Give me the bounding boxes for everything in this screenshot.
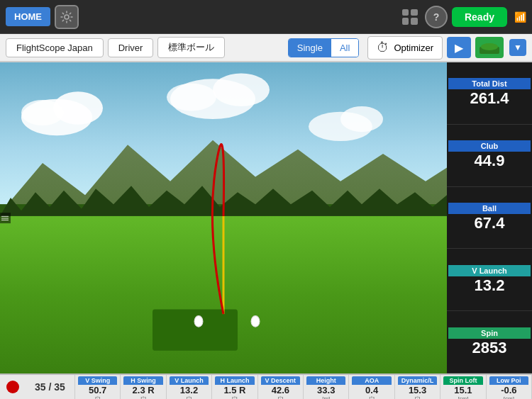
- spin-value: 2853: [472, 339, 507, 357]
- svg-point-4: [21, 99, 92, 136]
- settings-button[interactable]: [55, 5, 79, 29]
- svg-rect-13: [0, 204, 447, 220]
- mode-single-button[interactable]: Single: [289, 39, 331, 57]
- side-panel: Total Dist 261.4 Club 44.9 Ball 67.4 V L…: [447, 62, 532, 373]
- club-button[interactable]: Driver: [108, 38, 154, 57]
- header-bar: HOME ? Ready 📶: [0, 0, 532, 34]
- club-label: Club: [448, 140, 531, 152]
- record-button[interactable]: [0, 375, 26, 399]
- svg-rect-16: [153, 310, 238, 351]
- spin-block: Spin 2853: [447, 311, 532, 373]
- shot-counter: 35 / 35: [26, 375, 75, 399]
- spin-label: Spin: [448, 327, 531, 339]
- stats-row: V Swing 50.7 [°] H Swing 2.3 R [°] V Lau…: [75, 375, 532, 399]
- svg-marker-14: [0, 186, 447, 223]
- svg-point-9: [167, 84, 216, 111]
- stat-col-height: Height 33.3 [m]: [304, 375, 349, 399]
- ball-value: 67.4: [475, 214, 505, 232]
- svg-point-8: [213, 73, 270, 106]
- help-button[interactable]: ?: [425, 6, 448, 28]
- mode-group: Single All: [288, 38, 360, 57]
- optimizer-button[interactable]: ⏱ Optimizer: [367, 36, 443, 60]
- svg-point-10: [309, 112, 372, 141]
- total-dist-block: Total Dist 261.4: [447, 62, 532, 125]
- svg-point-11: [340, 106, 383, 132]
- stat-col-v-swing: V Swing 50.7 [°]: [75, 375, 121, 399]
- bottom-bar: 35 / 35 V Swing 50.7 [°] H Swing 2.3 R […: [0, 373, 532, 399]
- ball-speed-block: Ball 67.4: [447, 187, 532, 249]
- toolbar: FlightScope Japan Driver 標準ボール Single Al…: [0, 34, 532, 62]
- svg-point-5: [53, 91, 103, 124]
- club-value: 44.9: [475, 152, 505, 170]
- club-speed-block: Club 44.9: [447, 125, 532, 187]
- stat-col-spin-loft: Spin Loft 15.1 [cm]: [440, 375, 486, 399]
- home-button[interactable]: HOME: [6, 7, 50, 26]
- stat-col-v-descent: V Descent 42.6 [°]: [258, 375, 304, 399]
- svg-point-7: [170, 79, 255, 119]
- stat-col-dynamic-l: Dynamic/L 15.3 [°]: [395, 375, 440, 399]
- record-dot: [6, 381, 19, 393]
- wifi-icon: 📶: [514, 11, 526, 23]
- vlaunch-value: 13.2: [475, 276, 505, 295]
- vlaunch-label: V Launch: [448, 265, 531, 276]
- svg-point-2: [481, 43, 498, 50]
- svg-rect-3: [0, 62, 447, 209]
- course-svg: [0, 62, 447, 373]
- speedometer-icon: ⏱: [377, 40, 389, 55]
- grid-icon[interactable]: [399, 6, 421, 28]
- svg-rect-15: [0, 216, 447, 373]
- left-marker[interactable]: |||: [0, 213, 11, 224]
- mode-all-button[interactable]: All: [331, 39, 358, 57]
- svg-marker-12: [0, 140, 447, 218]
- main-area: ||| Total Dist 261.4 Club 44.9 Ball 67.4…: [0, 62, 532, 373]
- svg-point-19: [251, 316, 260, 327]
- svg-point-18: [194, 316, 203, 327]
- stat-col-h-swing: H Swing 2.3 R [°]: [121, 375, 166, 399]
- ready-button[interactable]: Ready: [452, 7, 507, 27]
- total-dist-label: Total Dist: [448, 78, 531, 89]
- svg-point-6: [21, 100, 64, 125]
- stat-col-v-launch: V Launch 13.2 [°]: [167, 375, 212, 399]
- optimizer-label: Optimizer: [394, 43, 433, 53]
- total-dist-value: 261.4: [470, 89, 509, 108]
- ball-label: Ball: [448, 203, 531, 214]
- svg-point-0: [65, 15, 69, 19]
- stat-col-aoa: AOA 0.4 [°]: [349, 375, 394, 399]
- ball-button[interactable]: 標準ボール: [157, 37, 225, 58]
- stat-col-h-launch: H Launch 1.5 R [°]: [212, 375, 257, 399]
- green-button[interactable]: [475, 37, 504, 58]
- course-background: |||: [0, 62, 447, 373]
- profile-button[interactable]: FlightScope Japan: [6, 38, 104, 57]
- stat-col-low-poi: Low Poi -0.6 [cm]: [487, 375, 532, 399]
- play-button[interactable]: ▶: [447, 37, 471, 58]
- vlaunch-block: V Launch 13.2: [447, 249, 532, 311]
- dropdown-arrow[interactable]: ▼: [509, 39, 526, 56]
